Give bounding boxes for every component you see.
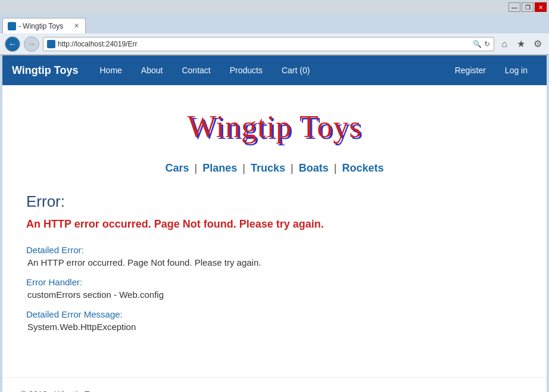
home-icon[interactable]: ⌂ (498, 38, 511, 51)
favorites-icon[interactable]: ★ (514, 38, 528, 51)
tab-favicon-icon (8, 22, 16, 30)
category-sep-2: | (242, 162, 245, 174)
tab-close-icon[interactable]: ✕ (73, 22, 80, 30)
category-sep-3: | (291, 162, 294, 174)
minimize-button[interactable]: — (509, 2, 520, 12)
toolbar-right: ⌂ ★ ⚙ (498, 38, 544, 51)
category-cars[interactable]: Cars (165, 162, 189, 174)
nav-products[interactable]: Products (220, 57, 272, 83)
detailed-error-label: Detailed Error: (26, 245, 523, 255)
nav-home[interactable]: Home (91, 57, 132, 83)
category-rockets[interactable]: Rockets (342, 162, 383, 174)
site-title: Wingtip Toys (20, 109, 529, 144)
nav-cart[interactable]: Cart (0) (272, 57, 319, 83)
site-nav: Wingtip Toys Home About Contact Products… (2, 55, 547, 85)
close-button[interactable]: ✕ (535, 2, 547, 12)
back-button[interactable]: ← (5, 36, 20, 52)
browser-chrome: — ❒ ✕ - Wingtip Toys ✕ ← → http://localh… (0, 0, 549, 55)
url-box[interactable]: http://localhost:24019/Err 🔍 ↻ (43, 37, 494, 51)
url-search-icon[interactable]: 🔍 (473, 40, 482, 48)
site-footer: © 2013 - Wingtip Toys (2, 377, 547, 392)
nav-about[interactable]: About (132, 57, 173, 83)
url-refresh-icon[interactable]: ↻ (484, 40, 490, 48)
category-sep-4: | (334, 162, 337, 174)
browser-tab[interactable]: - Wingtip Toys ✕ (2, 18, 86, 33)
site-content: Wingtip Toys Cars | Planes | Trucks | Bo… (2, 85, 547, 353)
website: Wingtip Toys Home About Contact Products… (2, 55, 547, 392)
title-bar-buttons: — ❒ ✕ (509, 2, 547, 12)
footer-text: © 2013 - Wingtip Toys (20, 390, 102, 392)
detailed-message-value: System.Web.HttpException (27, 322, 523, 332)
restore-button[interactable]: ❒ (522, 2, 534, 12)
address-bar: ← → http://localhost:24019/Err 🔍 ↻ ⌂ ★ ⚙ (0, 33, 549, 55)
error-message: An HTTP error occurred. Page Not found. … (26, 218, 523, 231)
title-bar: — ❒ ✕ (0, 0, 549, 14)
category-planes[interactable]: Planes (202, 162, 237, 174)
url-favicon-icon (47, 40, 55, 48)
nav-register[interactable]: Register (445, 57, 495, 83)
error-handler-label: Error Handler: (26, 277, 523, 287)
tab-title: - Wingtip Toys (18, 22, 70, 30)
nav-login[interactable]: Log in (495, 57, 537, 83)
error-section: Error: An HTTP error occurred. Page Not … (20, 192, 529, 332)
detailed-error-value: An HTTP error occurred. Page Not found. … (27, 257, 523, 267)
error-heading: Error: (26, 192, 523, 211)
category-links: Cars | Planes | Trucks | Boats | Rockets (20, 162, 529, 175)
tab-bar: - Wingtip Toys ✕ (0, 14, 549, 33)
forward-button[interactable]: → (24, 36, 39, 52)
nav-right: Register Log in (445, 57, 537, 83)
nav-links: Home About Contact Products Cart (0) (91, 57, 445, 83)
nav-contact[interactable]: Contact (172, 57, 220, 83)
error-handler-value: customErrors section - Web.config (27, 290, 523, 300)
url-text: http://localhost:24019/Err (58, 40, 470, 48)
site-brand[interactable]: Wingtip Toys (12, 64, 79, 77)
settings-icon[interactable]: ⚙ (531, 38, 544, 51)
detailed-message-label: Detailed Error Message: (26, 309, 523, 319)
category-sep-1: | (195, 162, 198, 174)
category-trucks[interactable]: Trucks (251, 162, 285, 174)
category-boats[interactable]: Boats (299, 162, 329, 174)
